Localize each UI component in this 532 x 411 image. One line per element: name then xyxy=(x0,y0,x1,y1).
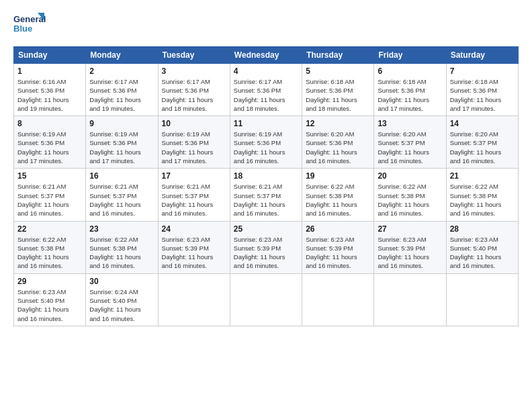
day-info: Sunrise: 6:20 AM Sunset: 5:37 PM Dayligh… xyxy=(378,130,442,165)
day-number: 11 xyxy=(234,119,298,128)
day-info: Sunrise: 6:19 AM Sunset: 5:36 PM Dayligh… xyxy=(89,130,154,165)
day-number: 15 xyxy=(17,171,82,181)
calendar-header-saturday: Saturday xyxy=(446,47,518,64)
day-number: 12 xyxy=(306,119,370,128)
calendar-week-2: 8Sunrise: 6:19 AM Sunset: 5:36 PM Daylig… xyxy=(14,116,519,169)
calendar-cell: 21Sunrise: 6:22 AM Sunset: 5:38 PM Dayli… xyxy=(446,169,518,221)
calendar-cell: 6Sunrise: 6:18 AM Sunset: 5:36 PM Daylig… xyxy=(374,64,446,116)
calendar-cell: 22Sunrise: 6:22 AM Sunset: 5:38 PM Dayli… xyxy=(14,221,86,273)
calendar-cell xyxy=(302,273,374,326)
day-number: 27 xyxy=(378,224,442,234)
calendar-header-tuesday: Tuesday xyxy=(158,47,230,64)
day-number: 28 xyxy=(450,224,515,234)
day-info: Sunrise: 6:19 AM Sunset: 5:36 PM Dayligh… xyxy=(234,130,298,165)
calendar-week-1: 1Sunrise: 6:16 AM Sunset: 5:36 PM Daylig… xyxy=(14,64,519,116)
day-number: 8 xyxy=(17,119,82,128)
day-number: 7 xyxy=(450,66,515,76)
day-number: 13 xyxy=(378,119,442,128)
calendar-cell: 26Sunrise: 6:23 AM Sunset: 5:39 PM Dayli… xyxy=(302,221,374,273)
day-number: 24 xyxy=(162,224,226,234)
day-info: Sunrise: 6:21 AM Sunset: 5:37 PM Dayligh… xyxy=(162,182,226,218)
day-info: Sunrise: 6:20 AM Sunset: 5:36 PM Dayligh… xyxy=(306,130,370,165)
day-number: 20 xyxy=(378,171,442,181)
calendar-header-thursday: Thursday xyxy=(302,47,374,64)
day-info: Sunrise: 6:22 AM Sunset: 5:38 PM Dayligh… xyxy=(378,182,442,218)
day-info: Sunrise: 6:16 AM Sunset: 5:36 PM Dayligh… xyxy=(17,77,82,113)
calendar-cell: 17Sunrise: 6:21 AM Sunset: 5:37 PM Dayli… xyxy=(158,169,230,221)
day-number: 3 xyxy=(162,66,226,76)
day-info: Sunrise: 6:21 AM Sunset: 5:37 PM Dayligh… xyxy=(17,182,82,218)
day-info: Sunrise: 6:18 AM Sunset: 5:36 PM Dayligh… xyxy=(450,77,515,113)
day-info: Sunrise: 6:22 AM Sunset: 5:38 PM Dayligh… xyxy=(306,182,370,218)
calendar-cell: 2Sunrise: 6:17 AM Sunset: 5:36 PM Daylig… xyxy=(86,64,158,116)
calendar-cell: 7Sunrise: 6:18 AM Sunset: 5:36 PM Daylig… xyxy=(446,64,518,116)
calendar-cell: 25Sunrise: 6:23 AM Sunset: 5:39 PM Dayli… xyxy=(230,221,302,273)
calendar-cell: 3Sunrise: 6:17 AM Sunset: 5:36 PM Daylig… xyxy=(158,64,230,116)
day-number: 9 xyxy=(89,119,154,128)
day-info: Sunrise: 6:19 AM Sunset: 5:36 PM Dayligh… xyxy=(17,130,82,165)
day-number: 16 xyxy=(89,171,154,181)
calendar-header-row: SundayMondayTuesdayWednesdayThursdayFrid… xyxy=(14,47,519,64)
calendar-cell: 19Sunrise: 6:22 AM Sunset: 5:38 PM Dayli… xyxy=(302,169,374,221)
day-info: Sunrise: 6:17 AM Sunset: 5:36 PM Dayligh… xyxy=(234,77,298,113)
calendar-header-friday: Friday xyxy=(374,47,446,64)
day-number: 21 xyxy=(450,171,515,181)
day-info: Sunrise: 6:23 AM Sunset: 5:40 PM Dayligh… xyxy=(17,287,82,323)
day-info: Sunrise: 6:24 AM Sunset: 5:40 PM Dayligh… xyxy=(89,287,154,323)
calendar-cell: 1Sunrise: 6:16 AM Sunset: 5:36 PM Daylig… xyxy=(14,64,86,116)
day-info: Sunrise: 6:23 AM Sunset: 5:39 PM Dayligh… xyxy=(162,235,226,271)
calendar-cell xyxy=(230,273,302,326)
calendar-cell: 16Sunrise: 6:21 AM Sunset: 5:37 PM Dayli… xyxy=(86,169,158,221)
day-number: 5 xyxy=(306,66,370,76)
day-number: 19 xyxy=(306,171,370,181)
day-info: Sunrise: 6:20 AM Sunset: 5:37 PM Dayligh… xyxy=(450,130,515,165)
calendar-cell: 15Sunrise: 6:21 AM Sunset: 5:37 PM Dayli… xyxy=(14,169,86,221)
day-number: 26 xyxy=(306,224,370,234)
calendar-cell: 12Sunrise: 6:20 AM Sunset: 5:36 PM Dayli… xyxy=(302,116,374,169)
calendar-cell: 27Sunrise: 6:23 AM Sunset: 5:39 PM Dayli… xyxy=(374,221,446,273)
day-info: Sunrise: 6:22 AM Sunset: 5:38 PM Dayligh… xyxy=(89,235,154,271)
calendar-cell: 30Sunrise: 6:24 AM Sunset: 5:40 PM Dayli… xyxy=(86,273,158,326)
calendar-header-sunday: Sunday xyxy=(14,47,86,64)
day-info: Sunrise: 6:22 AM Sunset: 5:38 PM Dayligh… xyxy=(17,235,82,271)
day-info: Sunrise: 6:21 AM Sunset: 5:37 PM Dayligh… xyxy=(89,182,154,218)
logo: General Blue xyxy=(13,10,47,40)
calendar: SundayMondayTuesdayWednesdayThursdayFrid… xyxy=(13,46,519,326)
day-info: Sunrise: 6:23 AM Sunset: 5:40 PM Dayligh… xyxy=(450,235,515,271)
calendar-week-4: 22Sunrise: 6:22 AM Sunset: 5:38 PM Dayli… xyxy=(14,221,519,273)
calendar-cell: 9Sunrise: 6:19 AM Sunset: 5:36 PM Daylig… xyxy=(86,116,158,169)
day-number: 29 xyxy=(17,277,82,286)
calendar-week-3: 15Sunrise: 6:21 AM Sunset: 5:37 PM Dayli… xyxy=(14,169,519,221)
calendar-cell: 18Sunrise: 6:21 AM Sunset: 5:37 PM Dayli… xyxy=(230,169,302,221)
day-number: 1 xyxy=(17,66,82,76)
day-info: Sunrise: 6:22 AM Sunset: 5:38 PM Dayligh… xyxy=(450,182,515,218)
calendar-cell: 20Sunrise: 6:22 AM Sunset: 5:38 PM Dayli… xyxy=(374,169,446,221)
calendar-header-wednesday: Wednesday xyxy=(230,47,302,64)
calendar-cell: 29Sunrise: 6:23 AM Sunset: 5:40 PM Dayli… xyxy=(14,273,86,326)
day-number: 6 xyxy=(378,66,442,76)
calendar-cell: 14Sunrise: 6:20 AM Sunset: 5:37 PM Dayli… xyxy=(446,116,518,169)
calendar-cell xyxy=(374,273,446,326)
day-number: 2 xyxy=(89,66,154,76)
header: General Blue xyxy=(13,10,519,40)
calendar-cell: 10Sunrise: 6:19 AM Sunset: 5:36 PM Dayli… xyxy=(158,116,230,169)
day-info: Sunrise: 6:17 AM Sunset: 5:36 PM Dayligh… xyxy=(162,77,226,113)
day-number: 4 xyxy=(234,66,298,76)
day-number: 30 xyxy=(89,277,154,286)
day-info: Sunrise: 6:23 AM Sunset: 5:39 PM Dayligh… xyxy=(306,235,370,271)
calendar-cell: 23Sunrise: 6:22 AM Sunset: 5:38 PM Dayli… xyxy=(86,221,158,273)
calendar-cell: 8Sunrise: 6:19 AM Sunset: 5:36 PM Daylig… xyxy=(14,116,86,169)
calendar-cell: 4Sunrise: 6:17 AM Sunset: 5:36 PM Daylig… xyxy=(230,64,302,116)
day-number: 17 xyxy=(162,171,226,181)
calendar-cell: 5Sunrise: 6:18 AM Sunset: 5:36 PM Daylig… xyxy=(302,64,374,116)
day-info: Sunrise: 6:19 AM Sunset: 5:36 PM Dayligh… xyxy=(162,130,226,165)
day-info: Sunrise: 6:21 AM Sunset: 5:37 PM Dayligh… xyxy=(234,182,298,218)
day-number: 25 xyxy=(234,224,298,234)
calendar-cell: 11Sunrise: 6:19 AM Sunset: 5:36 PM Dayli… xyxy=(230,116,302,169)
logo-svg: General Blue xyxy=(13,10,47,40)
calendar-cell: 28Sunrise: 6:23 AM Sunset: 5:40 PM Dayli… xyxy=(446,221,518,273)
day-info: Sunrise: 6:17 AM Sunset: 5:36 PM Dayligh… xyxy=(89,77,154,113)
day-info: Sunrise: 6:18 AM Sunset: 5:36 PM Dayligh… xyxy=(306,77,370,113)
day-number: 23 xyxy=(89,224,154,234)
calendar-cell xyxy=(158,273,230,326)
